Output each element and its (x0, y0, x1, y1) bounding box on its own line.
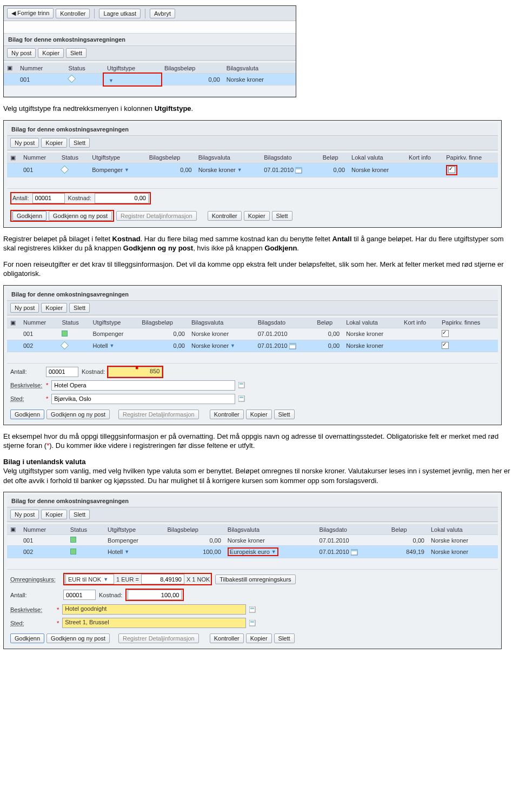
delete-row-button[interactable]: Slett (69, 510, 90, 519)
papirkv-checkbox[interactable] (442, 342, 449, 349)
new-row-button[interactable]: Ny post (10, 303, 39, 313)
required-star-icon: * (46, 382, 48, 388)
panel-title: Bilag for denne omkostningsavregningen (7, 288, 498, 301)
beskrivelse-input[interactable] (51, 380, 235, 391)
dato-field[interactable]: 07.01.2010 (255, 340, 314, 352)
utgiftstype-select[interactable]: Hotell ▼ (92, 342, 114, 349)
copy-row-button[interactable]: Kopier (41, 303, 67, 313)
antall-input[interactable] (63, 590, 96, 600)
valuta-select[interactable]: Norske kroner ▼ (191, 342, 235, 349)
delete-row-button[interactable]: Slett (66, 48, 86, 58)
slett-button[interactable]: Slett (274, 633, 295, 643)
svg-rect-3 (289, 344, 296, 345)
papirkv-checkbox[interactable] (448, 166, 455, 173)
status-diamond-icon (61, 165, 69, 174)
table-row[interactable]: 002 Hotell ▼ 100,00 Europeisk euro ▼ 07.… (7, 546, 498, 558)
status-ok-icon (62, 331, 68, 336)
kontroller-button[interactable]: Kontroller (210, 633, 244, 643)
col-status: Status (58, 318, 89, 328)
antall-input[interactable] (46, 367, 78, 377)
chevron-left-icon: ◀ (11, 10, 16, 16)
screenshot-4: Bilag for denne omkostningsavregningen N… (3, 492, 502, 649)
slett-button[interactable]: Slett (272, 211, 292, 221)
kopier-button[interactable]: Kopier (244, 211, 270, 221)
dropdown-icon: ▼ (124, 549, 129, 554)
kontroller-button[interactable]: Kontroller (210, 410, 244, 419)
kurs-input[interactable] (141, 574, 184, 584)
table-config-icon[interactable]: ▣ (7, 64, 12, 71)
kostnad-input[interactable]: ■850 (108, 367, 162, 377)
prev-step-button[interactable]: ◀ Forrige trinn (7, 8, 54, 18)
dato-field[interactable]: 07.01.2010 (261, 163, 320, 177)
valuta-select[interactable]: Europeisk euro ▼ (230, 549, 276, 555)
calendar-icon (295, 167, 302, 174)
slett-button[interactable]: Slett (274, 410, 295, 419)
col-nummer: Nummer (20, 524, 67, 535)
save-draft-button[interactable]: Lagre utkast (99, 9, 141, 18)
cancel-button[interactable]: Avbryt (150, 9, 175, 18)
godkjenn-ny-post-button[interactable]: Godkjenn og ny post (46, 410, 110, 419)
godkjenn-button[interactable]: Godkjenn (10, 633, 44, 643)
dato-field[interactable]: 07.01.2010 (316, 546, 388, 558)
godkjenn-button[interactable]: Godkjenn (10, 410, 44, 419)
svg-rect-7 (239, 397, 243, 398)
utgiftstype-select[interactable]: Bompenger ▼ (92, 167, 129, 173)
utgiftstype-select[interactable]: Hotell ▼ (108, 549, 129, 555)
value-help-icon[interactable] (249, 620, 256, 626)
sted-input[interactable]: Street 1, Brussel (62, 618, 246, 628)
new-row-button[interactable]: Ny post (7, 48, 36, 58)
kostnad-input[interactable] (128, 590, 182, 600)
kontroller-button[interactable]: Kontroller (208, 211, 242, 221)
row-toolbar: Ny post Kopier Slett (7, 507, 498, 522)
col-bilagsdato: Bilagsdato (255, 318, 314, 328)
body-text: For noen reiseutgifter er det krav til t… (3, 260, 516, 279)
dropdown-icon: ▼ (237, 167, 242, 173)
col-bilagsbelop: Bilagsbeløp (146, 153, 195, 163)
col-nummer: Nummer (20, 318, 58, 328)
table-row[interactable]: 002 Hotell ▼ 0,00 Norske kroner ▼ 07.01.… (7, 340, 498, 352)
kostnad-input[interactable] (95, 193, 149, 203)
godkjenn-ny-post-button[interactable]: Godkjenn og ny post (49, 211, 112, 221)
value-help-icon[interactable] (249, 606, 256, 613)
new-row-button[interactable]: Ny post (10, 510, 39, 519)
svg-rect-5 (239, 383, 243, 385)
copy-row-button[interactable]: Kopier (41, 510, 67, 519)
table-row[interactable]: 001 ▼ 0,00 Norske kroner (4, 74, 296, 85)
col-bilagsbelop: Bilagsbeløp (161, 63, 223, 74)
kostnad-label: Kostnad: (99, 592, 122, 598)
antall-input[interactable] (32, 193, 65, 203)
screenshot-1: ◀ Forrige trinn Kontroller Lagre utkast … (3, 5, 296, 97)
value-help-icon[interactable] (238, 395, 245, 402)
dropdown-icon: ▼ (271, 549, 276, 554)
kopier-button[interactable]: Kopier (246, 410, 272, 419)
godkjenn-ny-post-button[interactable]: Godkjenn og ny post (46, 633, 110, 643)
col-utgiftstype: Utgiftstype (89, 153, 146, 163)
value-help-icon[interactable] (238, 382, 245, 388)
godkjenn-button[interactable]: Godkjenn (12, 211, 46, 221)
delete-row-button[interactable]: Slett (69, 138, 90, 148)
dropdown-icon: ▼ (124, 167, 129, 173)
table-row[interactable]: 001 Bompenger 0,00 Norske kroner 07.01.2… (7, 535, 498, 546)
copy-row-button[interactable]: Kopier (41, 138, 67, 148)
col-utgiftstype: Utgiftstype (104, 524, 164, 535)
new-row-button[interactable]: Ny post (10, 138, 39, 148)
tilbakestill-kurs-button[interactable]: Tilbakestill omregningskurs (215, 575, 295, 584)
papirkv-checkbox[interactable] (442, 330, 449, 337)
col-lokalvaluta: Lokal valuta (343, 318, 401, 328)
col-utgiftstype: Utgiftstype (104, 63, 161, 74)
col-kortinfo: Kort info (401, 318, 438, 328)
valuta-select[interactable]: Norske kroner ▼ (198, 167, 242, 173)
sted-input[interactable] (51, 394, 235, 404)
check-button[interactable]: Kontroller (56, 9, 90, 18)
omregningskurs-label: Omregningskurs: (10, 576, 60, 583)
copy-row-button[interactable]: Kopier (38, 48, 64, 58)
kopier-button[interactable]: Kopier (246, 633, 272, 643)
row-toolbar: Ny post Kopier Slett (4, 46, 296, 61)
table-row[interactable]: 001 Bompenger 0,00 Norske kroner 07.01.2… (7, 328, 498, 340)
kurs-select[interactable]: EUR til NOK▼ (65, 574, 114, 584)
cell-utgiftstype[interactable]: ▼ (104, 74, 161, 85)
table-row[interactable]: 001 Bompenger ▼ 0,00 Norske kroner ▼ 07.… (7, 163, 498, 177)
svg-rect-12 (249, 620, 255, 626)
beskrivelse-input[interactable]: Hotel goodnight (62, 604, 246, 615)
delete-row-button[interactable]: Slett (69, 303, 90, 313)
